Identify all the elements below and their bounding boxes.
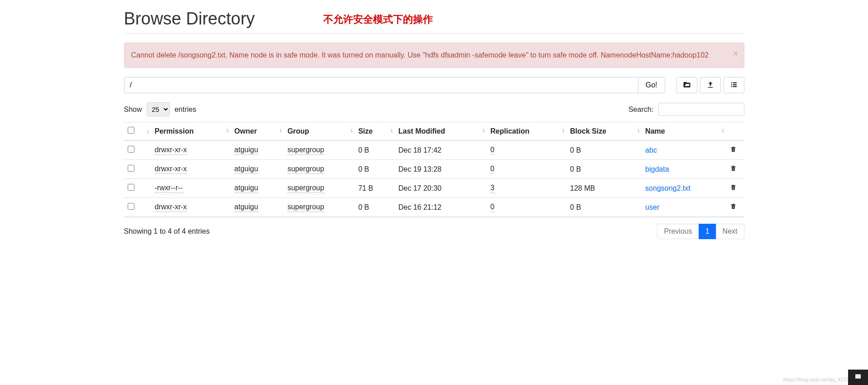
table-row: -rwxr--r--atguigusupergroup71 BDec 17 20… [124,179,744,198]
cell-permission[interactable]: -rwxr--r-- [155,184,183,193]
cell-permission[interactable]: drwxr-xr-x [155,146,187,155]
page-previous[interactable]: Previous [657,224,699,239]
cell-name-link[interactable]: bigdata [645,165,669,173]
list-icon [730,81,738,90]
cell-group[interactable]: supergroup [288,165,324,174]
safe-mode-annotation: 不允许安全模式下的操作 [323,13,433,26]
cell-name-link[interactable]: abc [645,146,657,154]
folder-open-icon [683,81,691,90]
row-checkbox[interactable] [128,165,134,172]
cell-group[interactable]: supergroup [288,203,324,212]
select-all-checkbox[interactable] [128,127,134,134]
cell-modified: Dec 18 17:42 [395,140,487,160]
new-folder-button[interactable] [676,77,697,93]
path-input[interactable] [124,77,638,93]
table-row: drwxr-xr-xatguigusupergroup0 BDec 19 13:… [124,160,744,179]
cell-group[interactable]: supergroup [288,184,324,193]
cell-size: 0 B [355,140,395,160]
cell-owner[interactable]: atguigu [235,203,259,212]
path-input-group: Go! [124,77,665,93]
cell-block: 0 B [566,140,642,160]
cell-name-link[interactable]: user [645,203,659,211]
col-replication[interactable]: Replication [487,122,566,141]
col-block[interactable]: Block Size [566,122,642,141]
cell-block: 0 B [566,160,642,179]
cell-modified: Dec 19 13:28 [395,160,487,179]
go-button[interactable]: Go! [638,77,665,93]
trash-icon [730,204,737,212]
cell-size: 0 B [355,198,395,217]
cell-owner[interactable]: atguigu [235,146,259,155]
trash-icon [730,185,737,192]
col-name[interactable]: Name [642,122,726,141]
upload-button[interactable] [700,77,721,93]
page-header: Browse Directory 不允许安全模式下的操作 [124,0,744,34]
alert-close-button[interactable]: × [733,48,739,59]
table-info: Showing 1 to 4 of 4 entries [124,227,210,236]
delete-button[interactable] [730,204,737,212]
cell-replication[interactable]: 3 [490,184,494,193]
col-owner[interactable]: Owner [231,122,284,141]
search-label: Search: [628,106,653,113]
col-modified[interactable]: Last Modified [395,122,487,141]
cell-replication[interactable]: 0 [490,146,494,155]
cut-button[interactable] [724,77,744,93]
delete-button[interactable] [730,147,737,154]
delete-button[interactable] [730,185,737,192]
cell-permission[interactable]: drwxr-xr-x [155,165,187,174]
upload-icon [706,81,715,90]
cell-owner[interactable]: atguigu [235,184,259,193]
cell-block: 128 MB [566,179,642,198]
cell-replication[interactable]: 0 [490,203,494,212]
cell-name-link[interactable]: songsong2.txt [645,184,691,192]
length-select[interactable]: 25 [147,102,170,116]
sort-indicator-column[interactable] [139,122,151,141]
col-group[interactable]: Group [284,122,355,141]
cell-size: 0 B [355,160,395,179]
col-permission[interactable]: Permission [151,122,231,141]
search-control: Search: [628,103,744,116]
length-suffix: entries [174,106,196,113]
alert-error: Cannot delete /songsong2.txt. Name node … [124,43,744,68]
cell-owner[interactable]: atguigu [235,165,259,174]
alert-message: Cannot delete /songsong2.txt. Name node … [131,51,709,59]
cell-modified: Dec 17 20:30 [395,179,487,198]
cell-permission[interactable]: drwxr-xr-x [155,203,187,212]
row-checkbox[interactable] [128,146,134,153]
cell-replication[interactable]: 0 [490,165,494,174]
length-control: Show 25 entries [124,102,197,116]
length-prefix: Show [124,106,142,113]
row-checkbox[interactable] [128,184,134,191]
search-input[interactable] [658,103,744,116]
file-table: Permission Owner Group Size Last Modifie… [124,122,744,217]
delete-button[interactable] [730,166,737,173]
row-checkbox[interactable] [128,203,134,210]
page-title: Browse Directory [124,0,744,33]
trash-icon [730,166,737,173]
trash-icon [730,147,737,154]
cell-block: 0 B [566,198,642,217]
cell-modified: Dec 16 21:12 [395,198,487,217]
cell-size: 71 B [355,179,395,198]
col-size[interactable]: Size [355,122,395,141]
table-row: drwxr-xr-xatguigusupergroup0 BDec 16 21:… [124,198,744,217]
page-current[interactable]: 1 [699,224,716,239]
page-next[interactable]: Next [716,224,744,239]
table-row: drwxr-xr-xatguigusupergroup0 BDec 18 17:… [124,140,744,160]
cell-group[interactable]: supergroup [288,146,324,155]
pagination: Previous 1 Next [657,224,744,239]
